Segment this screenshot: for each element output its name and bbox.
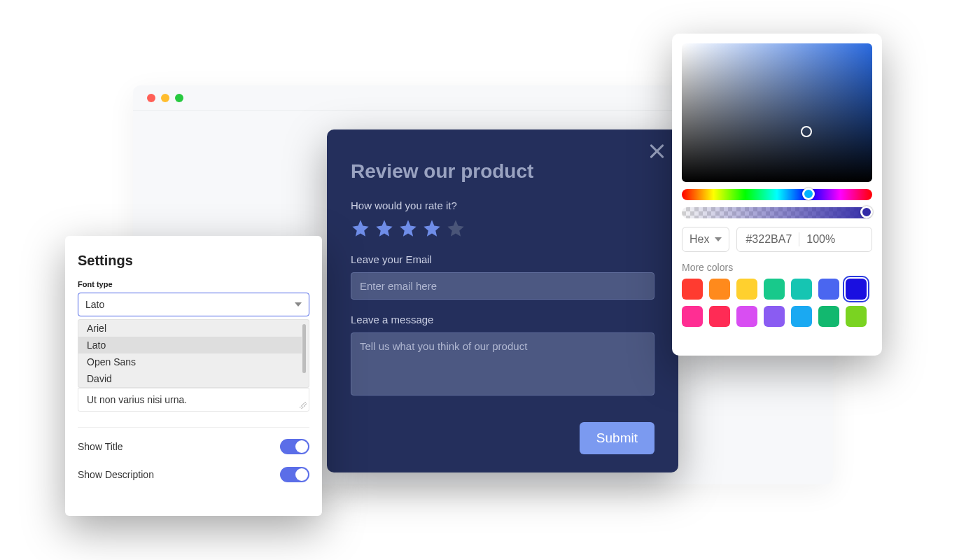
show-description-row: Show Description (78, 467, 309, 482)
chevron-down-icon (715, 237, 722, 241)
review-modal: Review our product How would you rate it… (327, 130, 678, 472)
preview-text: Ut non varius nisi urna. (87, 394, 187, 405)
color-swatch[interactable] (736, 279, 757, 300)
color-swatch[interactable] (709, 279, 730, 300)
email-input[interactable] (351, 272, 654, 300)
color-swatch[interactable] (709, 306, 730, 327)
font-type-label: Font type (78, 280, 309, 288)
message-textarea[interactable] (351, 332, 654, 396)
show-title-row: Show Title (78, 439, 309, 454)
color-swatch[interactable] (818, 306, 839, 327)
star-icon[interactable] (351, 218, 370, 238)
color-format-select[interactable]: Hex (682, 227, 729, 252)
font-option[interactable]: Open Sans (78, 354, 302, 370)
color-format-value: Hex (690, 233, 709, 246)
resize-handle-icon[interactable] (300, 402, 307, 409)
star-rating[interactable] (351, 218, 654, 238)
settings-title: Settings (78, 253, 309, 269)
window-minimize-icon[interactable] (161, 94, 169, 102)
font-select-value: Lato (85, 299, 104, 310)
color-swatch[interactable] (764, 306, 785, 327)
color-picker-panel: Hex #322BA7 100% More colors (672, 34, 882, 356)
color-swatch[interactable] (846, 279, 867, 300)
color-swatch[interactable] (791, 306, 812, 327)
color-swatch[interactable] (818, 279, 839, 300)
close-icon[interactable] (648, 142, 666, 160)
settings-panel: Settings Font type Lato ArielLatoOpen Sa… (65, 236, 322, 516)
window-maximize-icon[interactable] (175, 94, 183, 102)
divider (78, 427, 309, 428)
more-colors-label: More colors (682, 262, 872, 273)
star-icon[interactable] (374, 218, 394, 238)
preview-textarea[interactable]: Ut non varius nisi urna. (78, 388, 309, 412)
opacity-value: 100% (806, 233, 835, 246)
divider (799, 232, 799, 246)
submit-button[interactable]: Submit (580, 422, 654, 454)
show-title-label: Show Title (78, 441, 123, 452)
color-swatch[interactable] (682, 306, 703, 327)
alpha-slider[interactable] (682, 207, 872, 218)
review-title: Review our product (351, 160, 654, 183)
show-description-label: Show Description (78, 469, 154, 480)
color-swatch[interactable] (846, 306, 867, 327)
hex-input[interactable]: #322BA7 100% (736, 227, 872, 252)
gradient-cursor-icon[interactable] (801, 126, 812, 137)
color-swatch[interactable] (736, 306, 757, 327)
color-swatch[interactable] (791, 279, 812, 300)
font-select[interactable]: Lato (78, 293, 309, 316)
color-swatches (682, 279, 872, 327)
hue-thumb[interactable] (802, 188, 815, 200)
color-gradient-area[interactable] (682, 43, 872, 182)
star-icon[interactable] (422, 218, 442, 238)
show-description-toggle[interactable] (280, 467, 309, 482)
star-icon[interactable] (446, 218, 465, 238)
hex-value: #322BA7 (746, 233, 792, 246)
email-label: Leave your Email (351, 253, 654, 265)
scrollbar[interactable] (302, 324, 306, 373)
font-option[interactable]: Lato (78, 337, 302, 354)
star-icon[interactable] (398, 218, 418, 238)
font-dropdown: ArielLatoOpen SansDavid (78, 319, 309, 388)
show-title-toggle[interactable] (280, 439, 309, 454)
color-swatch[interactable] (682, 279, 703, 300)
alpha-thumb[interactable] (860, 206, 873, 218)
hue-slider[interactable] (682, 189, 872, 200)
chevron-down-icon (295, 302, 302, 307)
window-close-icon[interactable] (147, 94, 155, 102)
font-option[interactable]: David (78, 370, 302, 387)
rate-label: How would you rate it? (351, 200, 654, 211)
color-swatch[interactable] (764, 279, 785, 300)
font-option[interactable]: Ariel (78, 320, 302, 337)
message-label: Leave a message (351, 314, 654, 326)
